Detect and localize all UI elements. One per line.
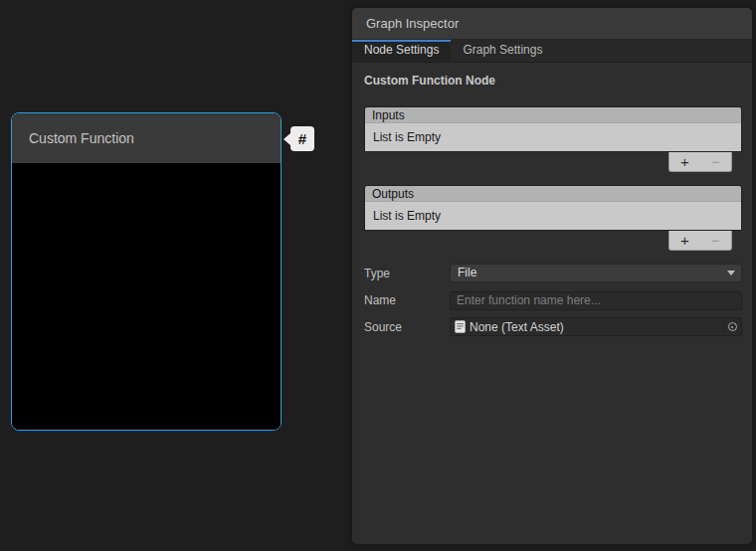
graph-inspector-panel: Graph Inspector Node Settings Graph Sett…	[352, 8, 752, 544]
tab-graph-settings[interactable]: Graph Settings	[451, 40, 554, 62]
node-hash-badge[interactable]: #	[290, 126, 314, 151]
node-settings-content: Custom Function Node Inputs List is Empt…	[352, 63, 752, 336]
section-heading: Custom Function Node	[364, 74, 742, 88]
tab-node-settings[interactable]: Node Settings	[352, 40, 451, 62]
inputs-list-footer: + −	[668, 152, 732, 172]
custom-function-node[interactable]: Custom Function	[11, 112, 282, 431]
node-title: Custom Function	[29, 130, 134, 146]
source-label: Source	[364, 320, 450, 334]
type-row: Type File	[364, 264, 742, 282]
chevron-down-icon	[727, 271, 735, 276]
text-asset-icon	[455, 320, 466, 333]
name-row: Name	[364, 290, 742, 309]
list-empty-text: List is Empty	[373, 130, 441, 144]
list-empty-text: List is Empty	[373, 209, 441, 223]
outputs-list-footer: + −	[668, 231, 732, 251]
list-title: Outputs	[372, 187, 414, 201]
panel-header[interactable]: Graph Inspector	[352, 8, 752, 40]
source-object-field[interactable]: None (Text Asset)	[450, 317, 742, 336]
outputs-add-button[interactable]: +	[669, 232, 700, 250]
node-preview-body	[12, 163, 281, 431]
tab-label: Graph Settings	[463, 43, 542, 57]
hash-icon: #	[298, 130, 306, 147]
name-label: Name	[364, 293, 450, 307]
outputs-empty-row: List is Empty	[365, 202, 741, 230]
inputs-add-button[interactable]: +	[669, 153, 700, 171]
function-name-input[interactable]	[450, 291, 742, 310]
source-value: None (Text Asset)	[470, 320, 564, 334]
badge-tail	[284, 133, 290, 145]
inputs-list: Inputs List is Empty + −	[364, 106, 742, 172]
object-picker-button[interactable]	[723, 319, 740, 334]
type-label: Type	[364, 267, 450, 280]
outputs-remove-button[interactable]: −	[700, 232, 731, 250]
outputs-list-header: Outputs	[365, 186, 741, 202]
type-dropdown[interactable]: File	[450, 264, 742, 282]
panel-title: Graph Inspector	[366, 16, 459, 31]
outputs-list: Outputs List is Empty + −	[364, 185, 742, 251]
inputs-remove-button[interactable]: −	[700, 153, 731, 171]
source-row: Source None (Text Asset)	[364, 317, 742, 336]
graph-canvas[interactable]: Custom Function #	[0, 0, 352, 551]
inputs-list-header: Inputs	[365, 107, 741, 123]
type-dropdown-value: File	[458, 265, 476, 281]
tab-strip: Node Settings Graph Settings	[352, 40, 752, 63]
object-picker-icon	[728, 322, 737, 331]
inputs-empty-row: List is Empty	[365, 123, 741, 151]
tab-label: Node Settings	[364, 43, 439, 57]
node-title-bar[interactable]: Custom Function	[12, 113, 281, 163]
list-title: Inputs	[372, 108, 405, 122]
